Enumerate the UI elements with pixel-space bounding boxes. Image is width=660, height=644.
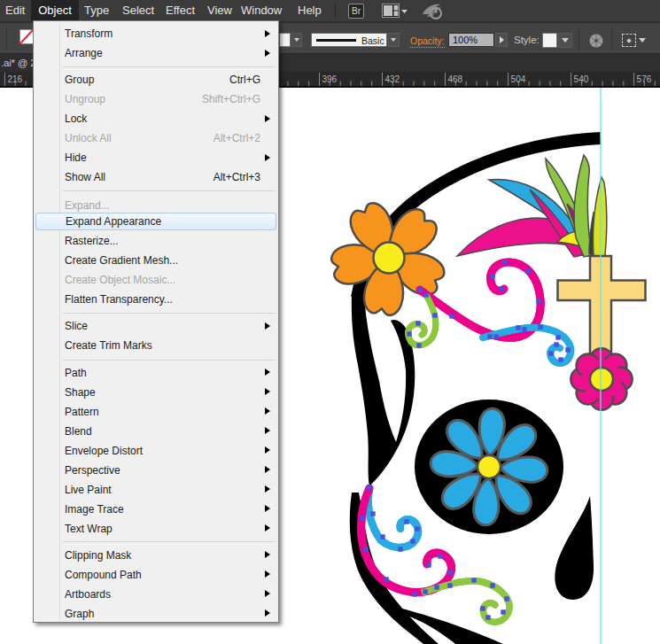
svg-text:540: 540: [574, 74, 589, 84]
svg-text:396: 396: [322, 74, 338, 84]
svg-text:468: 468: [448, 74, 463, 84]
svg-text:576: 576: [637, 74, 652, 84]
svg-text:216: 216: [7, 74, 22, 84]
svg-text:432: 432: [385, 74, 400, 84]
svg-text:504: 504: [511, 74, 526, 84]
